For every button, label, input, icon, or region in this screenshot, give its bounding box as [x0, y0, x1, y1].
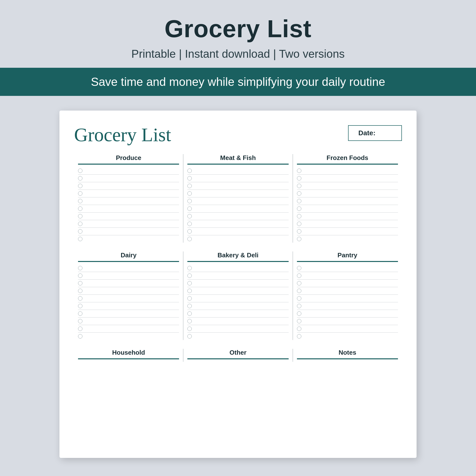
- checkbox-circle[interactable]: [78, 304, 83, 308]
- list-item: [78, 190, 179, 197]
- checkbox-circle[interactable]: [297, 281, 301, 286]
- checkbox-circle[interactable]: [297, 176, 301, 181]
- checkbox-circle[interactable]: [78, 206, 83, 211]
- checkbox-circle[interactable]: [187, 221, 192, 226]
- checkbox-circle[interactable]: [297, 311, 301, 316]
- checkbox-circle[interactable]: [187, 191, 192, 196]
- checkbox-circle[interactable]: [297, 229, 301, 234]
- checkbox-circle[interactable]: [78, 296, 83, 301]
- checkbox-circle[interactable]: [297, 319, 301, 323]
- checkbox-circle[interactable]: [78, 266, 83, 270]
- checkbox-circle[interactable]: [187, 176, 192, 181]
- checkbox-circle[interactable]: [187, 237, 192, 241]
- list-item: [78, 182, 179, 190]
- checkbox-circle[interactable]: [187, 184, 192, 188]
- list-item: [187, 272, 289, 280]
- checkbox-circle[interactable]: [78, 221, 83, 226]
- list-item: [297, 310, 398, 318]
- checkbox-circle[interactable]: [78, 237, 83, 241]
- checkbox-circle[interactable]: [297, 273, 301, 278]
- page-title: Grocery List: [164, 15, 311, 43]
- checkbox-circle[interactable]: [187, 273, 192, 278]
- checkbox-circle[interactable]: [297, 169, 301, 173]
- checkbox-circle[interactable]: [78, 214, 83, 219]
- category-meat-fish: Meat & Fish: [184, 154, 292, 243]
- checkbox-circle[interactable]: [78, 176, 83, 181]
- checkbox-circle[interactable]: [297, 214, 301, 219]
- checkbox-circle[interactable]: [297, 296, 301, 301]
- list-item: [297, 325, 398, 333]
- checkbox-circle[interactable]: [78, 289, 83, 293]
- category-grid-row3: Household Other Notes: [74, 349, 402, 362]
- checkbox-circle[interactable]: [187, 319, 192, 323]
- checkbox-circle[interactable]: [297, 266, 301, 270]
- checkbox-circle[interactable]: [187, 304, 192, 308]
- list-item: [78, 325, 179, 333]
- checkbox-circle[interactable]: [297, 326, 301, 331]
- category-notes: Notes: [293, 349, 402, 362]
- checkbox-circle[interactable]: [297, 206, 301, 211]
- household-divider: [78, 358, 179, 359]
- checkbox-circle[interactable]: [78, 273, 83, 278]
- list-item: [78, 295, 179, 302]
- checkbox-circle[interactable]: [78, 334, 83, 339]
- checkbox-circle[interactable]: [78, 229, 83, 234]
- dairy-divider: [78, 261, 179, 262]
- checkbox-circle[interactable]: [297, 191, 301, 196]
- checkbox-circle[interactable]: [187, 214, 192, 219]
- checkbox-circle[interactable]: [78, 169, 83, 173]
- pantry-title: Pantry: [297, 252, 398, 259]
- checkbox-circle[interactable]: [297, 304, 301, 308]
- checkbox-circle[interactable]: [78, 199, 83, 203]
- notes-divider: [297, 358, 398, 359]
- list-item: [78, 167, 179, 175]
- list-item: [187, 310, 289, 318]
- list-item: [187, 318, 289, 325]
- banner-text: Save time and money while simplifying yo…: [91, 75, 385, 88]
- category-bakery-deli: Bakery & Deli: [184, 252, 292, 340]
- list-item: [187, 167, 289, 175]
- checkbox-circle[interactable]: [187, 326, 192, 331]
- list-item: [187, 175, 289, 182]
- checkbox-circle[interactable]: [187, 334, 192, 339]
- list-item: [297, 190, 398, 197]
- bakery-deli-divider: [187, 261, 289, 262]
- checkbox-circle[interactable]: [297, 334, 301, 339]
- checkbox-circle[interactable]: [78, 311, 83, 316]
- list-item: [187, 182, 289, 190]
- checkbox-circle[interactable]: [297, 237, 301, 241]
- list-item: [297, 228, 398, 235]
- checkbox-circle[interactable]: [297, 184, 301, 188]
- category-dairy: Dairy: [74, 252, 183, 340]
- checkbox-circle[interactable]: [187, 229, 192, 234]
- checkbox-circle[interactable]: [297, 199, 301, 203]
- checkbox-circle[interactable]: [187, 311, 192, 316]
- checkbox-circle[interactable]: [78, 281, 83, 286]
- checkbox-circle[interactable]: [78, 326, 83, 331]
- list-item: [297, 197, 398, 205]
- checkbox-circle[interactable]: [187, 289, 192, 293]
- list-item: [187, 325, 289, 333]
- category-grid-row1: Produce Meat & Fish: [74, 154, 402, 243]
- dairy-title: Dairy: [78, 252, 179, 259]
- list-item: [297, 167, 398, 175]
- checkbox-circle[interactable]: [78, 184, 83, 188]
- checkbox-circle[interactable]: [78, 319, 83, 323]
- checkbox-circle[interactable]: [297, 221, 301, 226]
- checkbox-circle[interactable]: [187, 206, 192, 211]
- checkbox-circle[interactable]: [187, 169, 192, 173]
- paper-header: Grocery List Date:: [74, 125, 402, 144]
- frozen-foods-title: Frozen Foods: [297, 154, 398, 162]
- checkbox-circle[interactable]: [187, 296, 192, 301]
- list-item: [187, 197, 289, 205]
- checkbox-circle[interactable]: [297, 289, 301, 293]
- checkbox-circle[interactable]: [78, 191, 83, 196]
- checkbox-circle[interactable]: [187, 199, 192, 203]
- category-frozen-foods: Frozen Foods: [293, 154, 402, 243]
- checkbox-circle[interactable]: [187, 266, 192, 270]
- list-item: [187, 295, 289, 302]
- category-other: Other: [184, 349, 292, 362]
- other-title: Other: [187, 349, 289, 357]
- checkbox-circle[interactable]: [187, 281, 192, 286]
- list-item: [297, 213, 398, 220]
